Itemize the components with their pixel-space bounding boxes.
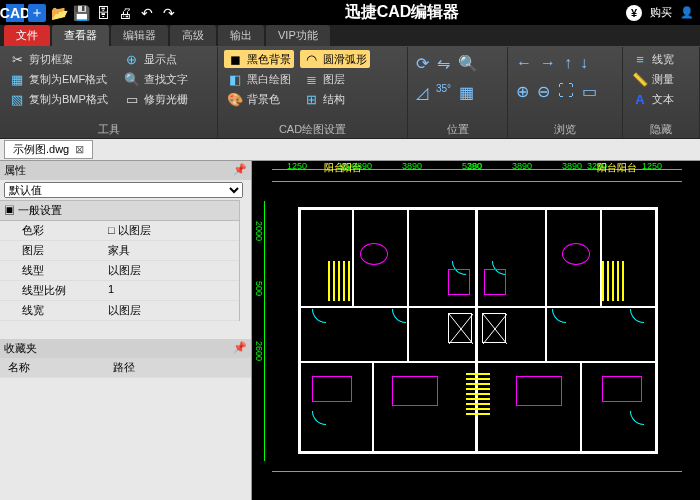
close-icon[interactable]: ⊠ xyxy=(75,143,84,156)
position-tools-2[interactable]: ◿35°▦ xyxy=(414,79,501,106)
trim-icon: ▭ xyxy=(124,91,140,107)
fit-icon: ⛶ xyxy=(558,82,574,101)
arc-icon: ◠ xyxy=(303,51,319,67)
undo-icon[interactable]: ↶ xyxy=(138,4,156,22)
find-text-button[interactable]: 🔍查找文字 xyxy=(121,70,191,88)
tab-advanced[interactable]: 高级 xyxy=(170,25,216,46)
measure-button[interactable]: 📏测量 xyxy=(629,70,693,88)
text-button[interactable]: A文本 xyxy=(629,90,693,108)
scrollbar[interactable] xyxy=(239,200,251,321)
tab-vip[interactable]: VIP功能 xyxy=(266,25,330,46)
ribbon: ✂剪切框架 ▦复制为EMF格式 ▧复制为BMP格式 ⊕显示点 🔍查找文字 ▭修剪… xyxy=(0,47,700,139)
buy-button[interactable]: 购买 xyxy=(650,5,672,20)
bw-draw-button[interactable]: ◧黑白绘图 xyxy=(224,70,294,88)
document-tabs: 示例图.dwg ⊠ xyxy=(0,139,700,161)
bmp-icon: ▧ xyxy=(9,91,25,107)
group-label-position: 位置 xyxy=(414,120,501,137)
black-bg-icon: ◼ xyxy=(227,51,243,67)
prop-row: 线宽以图层 xyxy=(0,301,239,321)
general-section[interactable]: ▣ 一般设置 xyxy=(0,200,239,221)
default-select[interactable]: 默认值 xyxy=(4,182,243,198)
copy-bmp-button[interactable]: ▧复制为BMP格式 xyxy=(6,90,111,108)
app-logo-icon: CAD xyxy=(6,4,24,22)
select-icon: ▭ xyxy=(582,82,597,101)
tab-output[interactable]: 输出 xyxy=(218,25,264,46)
ruler-icon: 📏 xyxy=(632,71,648,87)
struct-button[interactable]: ⊞结构 xyxy=(300,90,370,108)
col-name: 名称 xyxy=(4,360,113,375)
emf-icon: ▦ xyxy=(9,71,25,87)
arrow-left-icon: ← xyxy=(516,54,532,72)
prop-row: 线型比例1 xyxy=(0,281,239,301)
open-icon[interactable]: 📂 xyxy=(50,4,68,22)
flip-h-icon: ⇋ xyxy=(437,54,450,73)
tab-file[interactable]: 文件 xyxy=(4,25,50,46)
black-bg-button[interactable]: ◼黑色背景 xyxy=(224,50,294,68)
ribbon-tabs: 文件 查看器 编辑器 高级 输出 VIP功能 xyxy=(0,25,700,47)
tab-viewer[interactable]: 查看器 xyxy=(52,25,109,46)
layers-icon: ≣ xyxy=(303,71,319,87)
trim-raster-button[interactable]: ▭修剪光栅 xyxy=(121,90,191,108)
palette-icon: 🎨 xyxy=(227,91,243,107)
prop-row: 色彩□ 以图层 xyxy=(0,221,239,241)
grid-icon: ▦ xyxy=(459,83,474,102)
document-name: 示例图.dwg xyxy=(13,142,69,157)
clip-frame-button[interactable]: ✂剪切框架 xyxy=(6,50,111,68)
tab-editor[interactable]: 编辑器 xyxy=(111,25,168,46)
position-tools[interactable]: ⟳⇋🔍 xyxy=(414,50,501,77)
prop-row: 图层家具 xyxy=(0,241,239,261)
target-icon: ⊕ xyxy=(124,51,140,67)
col-path: 路径 xyxy=(113,360,247,375)
search-icon: 🔍 xyxy=(124,71,140,87)
document-tab[interactable]: 示例图.dwg ⊠ xyxy=(4,140,93,159)
copy-emf-button[interactable]: ▦复制为EMF格式 xyxy=(6,70,111,88)
props-title: 属性 xyxy=(4,163,26,178)
user-icon[interactable]: 👤 xyxy=(680,6,694,19)
arrow-down-icon: ↓ xyxy=(580,54,588,72)
skew-icon: 35° xyxy=(436,83,451,102)
zoom-out-icon: ⊖ xyxy=(537,82,550,101)
group-label-hide: 隐藏 xyxy=(629,120,693,137)
layer-button[interactable]: ≣图层 xyxy=(300,70,370,88)
properties-panel: 属性📌 默认值 ▣ 一般设置 色彩□ 以图层 图层家具 线型以图层 线型比例1 … xyxy=(0,161,252,500)
group-label-cadset: CAD绘图设置 xyxy=(224,120,401,137)
redo-icon[interactable]: ↷ xyxy=(160,4,178,22)
saveas-icon[interactable]: 🗄 xyxy=(94,4,112,22)
pin-icon[interactable]: 📌 xyxy=(233,163,247,178)
smooth-arc-button[interactable]: ◠圆滑弧形 xyxy=(300,50,370,68)
text-icon: A xyxy=(632,91,648,107)
group-label-tools: 工具 xyxy=(6,120,211,137)
rotate-icon: ⟳ xyxy=(416,54,429,73)
bgcolor-button[interactable]: 🎨背景色 xyxy=(224,90,294,108)
bw-icon: ◧ xyxy=(227,71,243,87)
browse-tools-2[interactable]: ⊕⊖⛶▭ xyxy=(514,78,616,105)
coin-icon[interactable]: ¥ xyxy=(626,5,642,21)
zoom-in-icon: ⊕ xyxy=(516,82,529,101)
pin-icon[interactable]: 📌 xyxy=(233,341,247,356)
titlebar: CAD ＋ 📂 💾 🗄 🖨 ↶ ↷ 迅捷CAD编辑器 ¥ 购买 👤 xyxy=(0,0,700,25)
save-icon[interactable]: 💾 xyxy=(72,4,90,22)
cad-canvas[interactable]: 5280 1250 3290 3890 390 3890 3290 1250 2… xyxy=(252,161,700,500)
new-icon[interactable]: ＋ xyxy=(28,4,46,22)
browse-tools[interactable]: ←→↑↓ xyxy=(514,50,616,76)
scissors-icon: ✂ xyxy=(9,51,25,67)
group-label-browse: 浏览 xyxy=(514,120,616,137)
arrow-right-icon: → xyxy=(540,54,556,72)
arrow-up-icon: ↑ xyxy=(564,54,572,72)
angle-icon: ◿ xyxy=(416,83,428,102)
lineweight-icon: ≡ xyxy=(632,51,648,67)
prop-row: 线型以图层 xyxy=(0,261,239,281)
fav-title: 收藏夹 xyxy=(4,341,37,356)
show-point-button[interactable]: ⊕显示点 xyxy=(121,50,191,68)
lineweight-button[interactable]: ≡线宽 xyxy=(629,50,693,68)
print-icon[interactable]: 🖨 xyxy=(116,4,134,22)
quick-access-toolbar: CAD ＋ 📂 💾 🗄 🖨 ↶ ↷ xyxy=(6,4,178,22)
app-title: 迅捷CAD编辑器 xyxy=(178,2,626,23)
zoom-icon: 🔍 xyxy=(458,54,478,73)
struct-icon: ⊞ xyxy=(303,91,319,107)
